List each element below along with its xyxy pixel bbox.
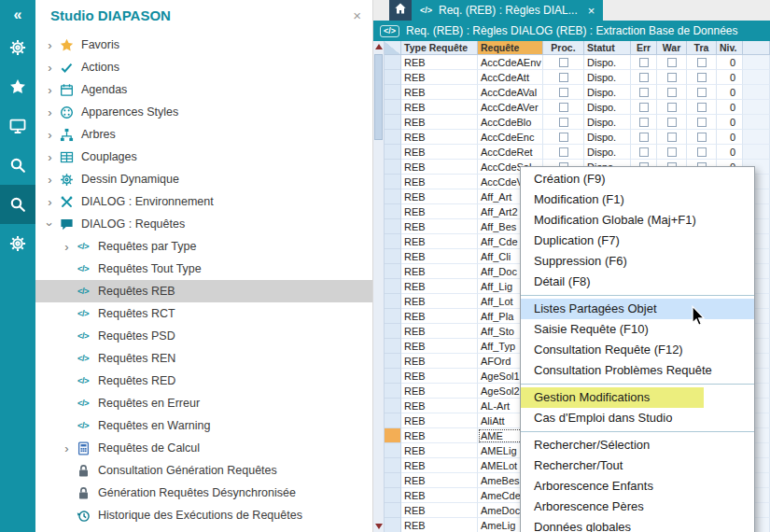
tree-item-arbres[interactable]: ›Arbres: [35, 123, 372, 146]
row-selector-cell[interactable]: [385, 294, 401, 309]
row-selector-cell[interactable]: [385, 503, 401, 518]
tra-checkbox[interactable]: [697, 73, 707, 82]
scrollbar-thumb[interactable]: [374, 54, 383, 140]
menu-item-donn-es-globales[interactable]: Données globales: [521, 517, 754, 532]
row-selector-cell[interactable]: [385, 518, 401, 532]
err-checkbox[interactable]: [639, 58, 649, 67]
err-checkbox[interactable]: [639, 147, 649, 157]
tra-checkbox[interactable]: [697, 88, 707, 97]
war-checkbox[interactable]: [667, 133, 677, 142]
tree-item-historique-des-ex-cutions-de-requ-tes[interactable]: Historique des Exécutions de Requêtes: [35, 504, 372, 526]
war-checkbox[interactable]: [667, 73, 677, 82]
war-checkbox[interactable]: [667, 118, 677, 127]
column-header-err[interactable]: Err: [631, 41, 657, 55]
tab-close-icon[interactable]: ×: [588, 4, 595, 18]
proc-checkbox[interactable]: [559, 58, 568, 67]
row-selector-cell[interactable]: [385, 115, 401, 130]
menu-item-modification-globale-maj-f1[interactable]: Modification Globale (Maj+F1): [521, 210, 754, 231]
chevron-icon[interactable]: ›: [44, 217, 56, 231]
tree-item-consultation-g-n-ration-requ-tes[interactable]: Consultation Génération Requêtes: [35, 459, 372, 482]
tree-item-favoris[interactable]: ›Favoris: [35, 34, 372, 56]
chevron-icon[interactable]: ›: [43, 62, 57, 74]
close-icon[interactable]: ×: [353, 7, 361, 23]
row-selector-cell[interactable]: [385, 160, 401, 175]
vertical-scrollbar[interactable]: [373, 41, 385, 532]
row-selector-cell[interactable]: [385, 55, 401, 70]
menu-item-listes-partag-es-objet[interactable]: Listes Partagées Objet: [521, 299, 754, 319]
tree-item-requ-tes-ren[interactable]: </>Requêtes REN: [35, 347, 372, 370]
err-checkbox[interactable]: [639, 88, 649, 97]
row-selector-cell[interactable]: [385, 473, 401, 488]
err-checkbox[interactable]: [639, 133, 649, 142]
row-selector-cell[interactable]: [385, 234, 401, 249]
home-tab-button[interactable]: [389, 0, 412, 21]
chevron-icon[interactable]: ›: [60, 442, 74, 455]
menu-item-duplication-f7[interactable]: Duplication (F7): [521, 231, 754, 251]
row-selector-cell[interactable]: [385, 175, 401, 189]
chevron-icon[interactable]: ›: [43, 151, 57, 163]
row-selector-cell[interactable]: [385, 443, 401, 458]
tree-item-actions[interactable]: ›Actions: [35, 56, 372, 78]
chevron-icon[interactable]: ›: [43, 106, 57, 119]
proc-checkbox[interactable]: [559, 73, 568, 82]
row-selector-cell[interactable]: [385, 219, 401, 234]
menu-item-arborescence-p-res[interactable]: Arborescence Pères: [521, 497, 754, 517]
tree-item-requ-tes-reb[interactable]: </>Requêtes REB: [35, 280, 372, 302]
tree-item-requ-tes-de-calcul[interactable]: ›Requêtes de Calcul: [35, 437, 372, 459]
menu-item-consultation-requ-te-f12[interactable]: Consultation Requête (F12): [521, 340, 754, 360]
row-selector-cell[interactable]: [385, 354, 401, 369]
proc-checkbox[interactable]: [559, 88, 568, 97]
table-row[interactable]: REBAccCdeEncDispo.0: [385, 130, 770, 145]
war-checkbox[interactable]: [667, 147, 677, 157]
chevron-icon[interactable]: ›: [43, 84, 57, 96]
tra-checkbox[interactable]: [697, 133, 707, 142]
column-header-proc[interactable]: Proc.: [543, 41, 584, 55]
column-header-war[interactable]: War: [657, 41, 687, 55]
tree-item-requ-tes-red[interactable]: </>Requêtes RED: [35, 370, 372, 392]
chevron-icon[interactable]: ›: [43, 129, 57, 141]
menu-item-gestion-modifications[interactable]: Gestion Modifications: [521, 387, 754, 408]
row-selector-cell[interactable]: [385, 324, 401, 339]
row-selector-cell[interactable]: [385, 339, 401, 354]
tree-item-g-n-ration-requ-tes-d-synchronis-e[interactable]: Génération Requêtes Désynchronisée: [35, 482, 372, 504]
grid-corner-cell[interactable]: [385, 41, 401, 55]
tra-checkbox[interactable]: [697, 118, 707, 127]
row-selector-cell[interactable]: [385, 309, 401, 324]
tree-item-requ-tes-par-type[interactable]: ›</>Requêtes par Type: [35, 235, 372, 258]
row-selector-cell[interactable]: [385, 264, 401, 279]
row-selector-cell[interactable]: [385, 189, 401, 204]
settings-button[interactable]: [0, 224, 35, 263]
scroll-up-button[interactable]: [373, 41, 384, 52]
tra-checkbox[interactable]: [697, 103, 707, 112]
table-row[interactable]: REBAccCdeRetDispo.0: [385, 145, 770, 160]
column-header-requ-te[interactable]: Requête: [478, 41, 543, 55]
menu-item-arborescence-enfants[interactable]: Arborescence Enfants: [521, 476, 754, 497]
tra-checkbox[interactable]: [697, 58, 707, 67]
row-selector-cell[interactable]: [385, 384, 401, 399]
err-checkbox[interactable]: [639, 73, 649, 82]
tree-item-dialog-requ-tes[interactable]: ›DIALOG : Requêtes: [35, 213, 372, 235]
row-selector-cell[interactable]: [385, 204, 401, 219]
search-button[interactable]: [0, 146, 35, 185]
menu-item-rechercher-s-lection[interactable]: Rechercher/Sélection: [521, 435, 754, 455]
menu-item-consultation-probl-mes-requ-te[interactable]: Consultation Problèmes Requête: [521, 360, 754, 381]
chevron-icon[interactable]: ›: [43, 196, 57, 208]
screens-button[interactable]: [0, 106, 35, 146]
row-selector-cell[interactable]: [385, 145, 401, 160]
scroll-down-button[interactable]: [373, 521, 384, 532]
queries-button[interactable]: [0, 185, 35, 224]
row-selector-cell[interactable]: [385, 70, 401, 85]
tree-item-requ-tes-psd[interactable]: </>Requêtes PSD: [35, 325, 372, 347]
proc-checkbox[interactable]: [559, 147, 568, 157]
tra-checkbox[interactable]: [697, 147, 707, 157]
tree-item-requ-tes-rct[interactable]: </>Requêtes RCT: [35, 302, 372, 325]
tree-item-agendas[interactable]: ›Agendas: [35, 78, 372, 101]
proc-checkbox[interactable]: [559, 118, 568, 127]
row-selector-cell[interactable]: [385, 130, 401, 145]
table-row[interactable]: REBAccCdeAEnvDispo.0: [385, 55, 770, 70]
tree-item-apparences-styles[interactable]: ›Apparences Styles: [35, 101, 372, 123]
row-selector-cell[interactable]: [385, 413, 401, 428]
menu-item-rechercher-tout[interactable]: Rechercher/Tout: [521, 455, 754, 476]
menu-item-cas-d-emploi-dans-studio[interactable]: Cas d'Emploi dans Studio: [521, 408, 754, 428]
menu-item-d-tail-f8[interactable]: Détail (F8): [521, 272, 754, 292]
